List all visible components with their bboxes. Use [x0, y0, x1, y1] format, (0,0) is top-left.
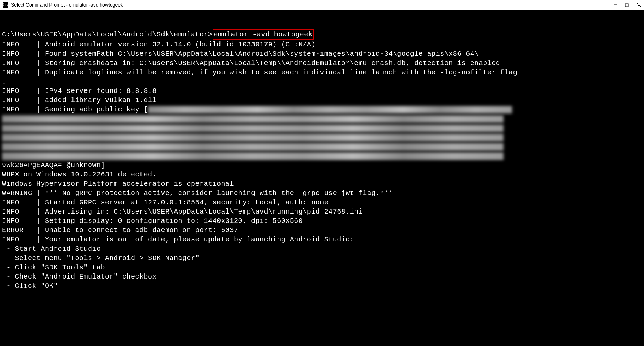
output-line: - Check "Android Emulator" checkbox: [2, 273, 157, 281]
output-line: INFO | IPv4 server found: 8.8.8.8: [2, 87, 157, 95]
minimize-button[interactable]: [613, 2, 618, 7]
output-line: INFO | Setting display: 0 configuration …: [2, 217, 303, 225]
redacted-key: [2, 125, 504, 132]
output-line: INFO | Found systemPath C:\Users\USER\Ap…: [2, 50, 479, 58]
prompt-text: C:\Users\USER\AppData\Local\Android\Sdk\…: [2, 31, 213, 39]
output-line: ERROR | Unable to connect to adb daemon …: [2, 226, 238, 234]
output-line: INFO | added library vulkan-1.dll: [2, 96, 157, 104]
command-highlight: emulator -avd howtogeek: [213, 29, 314, 40]
output-line: 9Wk26APgEAAQA= @unknown]: [2, 161, 105, 169]
window-titlebar: C:\ Select Command Prompt - emulator -av…: [0, 0, 644, 10]
output-line: - Click "OK": [2, 282, 58, 290]
output-line: Windows Hypervisor Platform accelerator …: [2, 180, 234, 188]
terminal-output[interactable]: C:\Users\USER\AppData\Local\Android\Sdk\…: [0, 10, 644, 293]
svg-rect-1: [625, 4, 628, 7]
output-line: INFO | Android emulator version 32.1.14.…: [2, 41, 316, 48]
command-text: emulator -avd howtogeek: [214, 31, 313, 39]
output-line: INFO | Advertising in: C:\Users\USER\App…: [2, 208, 363, 216]
cmd-icon: C:\: [3, 2, 8, 8]
window-controls: [613, 2, 641, 7]
redacted-key: [2, 152, 504, 160]
output-line: WARNING | *** No gRPC protection active,…: [2, 189, 393, 197]
svg-rect-2: [626, 3, 629, 6]
redacted-key: [2, 115, 504, 123]
output-line: - Select menu "Tools > Android > SDK Man…: [2, 254, 200, 262]
output-line: WHPX on Windows 10.0.22631 detected.: [2, 171, 157, 179]
redacted-key: [2, 143, 504, 151]
output-line: - Start Android Studio: [2, 245, 101, 253]
close-button[interactable]: [636, 2, 641, 7]
output-line: INFO | Duplicate loglines will be remove…: [2, 68, 517, 76]
output-line: - Click "SDK Tools" tab: [2, 263, 105, 271]
redacted-key: [148, 106, 512, 113]
output-line: .: [2, 78, 7, 86]
output-line: INFO | Storing crashdata in: C:\Users\US…: [2, 59, 500, 67]
output-line: INFO | Sending adb public key [: [2, 106, 148, 113]
output-line: INFO | Your emulator is out of date, ple…: [2, 236, 354, 244]
redacted-key: [2, 134, 504, 141]
output-line: INFO | Started GRPC server at 127.0.0.1:…: [2, 198, 328, 206]
window-title: Select Command Prompt - emulator -avd ho…: [11, 2, 613, 8]
maximize-button[interactable]: [625, 2, 630, 7]
